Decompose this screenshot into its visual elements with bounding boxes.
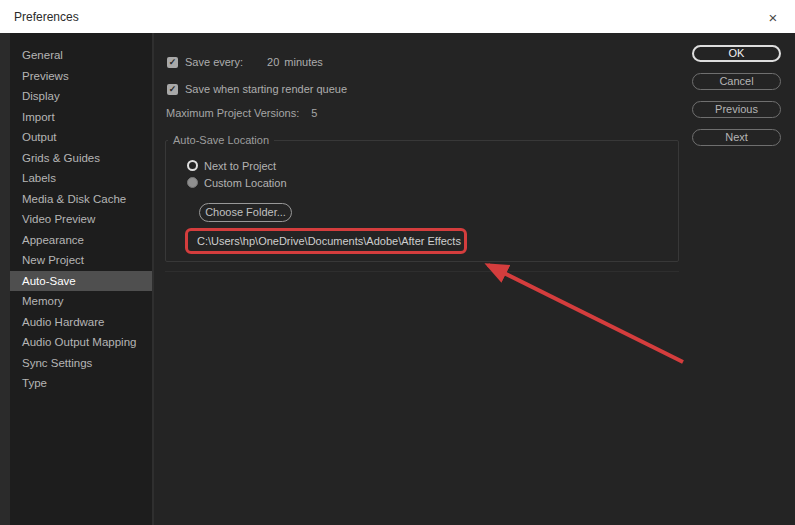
dialog-buttons: OKCancelPreviousNext <box>692 45 781 146</box>
sidebar-item-grids-guides[interactable]: Grids & Guides <box>10 148 152 169</box>
sidebar-item-labels[interactable]: Labels <box>10 168 152 189</box>
sidebar-item-import[interactable]: Import <box>10 107 152 128</box>
sidebar-item-video-preview[interactable]: Video Preview <box>10 209 152 230</box>
sidebar-item-output[interactable]: Output <box>10 127 152 148</box>
max-versions-label: Maximum Project Versions: <box>166 107 299 119</box>
ok-button[interactable]: OK <box>692 45 781 62</box>
sidebar-item-appearance[interactable]: Appearance <box>10 230 152 251</box>
title-bar: Preferences × <box>0 0 795 33</box>
max-versions-value[interactable]: 5 <box>311 107 317 119</box>
choose-folder-button[interactable]: Choose Folder... <box>199 203 292 222</box>
sidebar-item-audio-output-mapping[interactable]: Audio Output Mapping <box>10 332 152 353</box>
sidebar-item-general[interactable]: General <box>10 45 152 66</box>
path-annotation-box: C:\Users\hp\OneDrive\Documents\Adobe\Aft… <box>185 228 467 254</box>
save-render-queue-label: Save when starting render queue <box>185 83 347 95</box>
save-every-suffix: minutes <box>284 56 323 68</box>
preferences-dialog: Preferences × GeneralPreviewsDisplayImpo… <box>0 0 795 525</box>
sidebar-item-new-project[interactable]: New Project <box>10 250 152 271</box>
checkmark-icon: ✓ <box>169 85 177 94</box>
sidebar-item-display[interactable]: Display <box>10 86 152 107</box>
save-every-row: ✓ Save every: 20 minutes <box>167 56 323 68</box>
autosave-location-title: Auto-Save Location <box>168 134 274 146</box>
sidebar: GeneralPreviewsDisplayImportOutputGrids … <box>10 33 152 525</box>
close-icon[interactable]: × <box>764 8 782 26</box>
sidebar-item-memory[interactable]: Memory <box>10 291 152 312</box>
max-versions-row: Maximum Project Versions: 5 <box>166 107 317 119</box>
radio-icon[interactable] <box>187 177 198 188</box>
sidebar-item-auto-save[interactable]: Auto-Save <box>10 271 152 292</box>
autosave-location-options: Next to ProjectCustom Location <box>187 157 287 191</box>
sidebar-item-previews[interactable]: Previews <box>10 66 152 87</box>
sidebar-item-type[interactable]: Type <box>10 373 152 394</box>
sidebar-item-media-disk-cache[interactable]: Media & Disk Cache <box>10 189 152 210</box>
sidebar-item-audio-hardware[interactable]: Audio Hardware <box>10 312 152 333</box>
section-separator <box>165 271 679 272</box>
cancel-button[interactable]: Cancel <box>692 73 781 90</box>
radio-row-next-to-project: Next to Project <box>187 157 287 174</box>
radio-label: Next to Project <box>204 160 276 172</box>
left-margin-strip <box>0 33 10 525</box>
autosave-path-text: C:\Users\hp\OneDrive\Documents\Adobe\Aft… <box>197 235 461 247</box>
dialog-body: GeneralPreviewsDisplayImportOutputGrids … <box>0 33 795 525</box>
radio-icon[interactable] <box>187 160 198 171</box>
save-every-value[interactable]: 20 <box>267 56 279 68</box>
radio-row-custom-location: Custom Location <box>187 174 287 191</box>
save-every-label: Save every: <box>185 56 243 68</box>
save-every-checkbox[interactable]: ✓ <box>167 57 178 68</box>
sidebar-item-sync-settings[interactable]: Sync Settings <box>10 353 152 374</box>
sidebar-divider <box>152 33 154 525</box>
radio-label: Custom Location <box>204 177 287 189</box>
next-button[interactable]: Next <box>692 129 781 146</box>
dialog-title: Preferences <box>14 10 79 24</box>
previous-button[interactable]: Previous <box>692 101 781 118</box>
checkmark-icon: ✓ <box>169 58 177 67</box>
save-render-queue-checkbox[interactable]: ✓ <box>167 84 178 95</box>
save-render-queue-row: ✓ Save when starting render queue <box>167 83 347 95</box>
autosave-location-group: Auto-Save Location Next to ProjectCustom… <box>165 140 679 262</box>
